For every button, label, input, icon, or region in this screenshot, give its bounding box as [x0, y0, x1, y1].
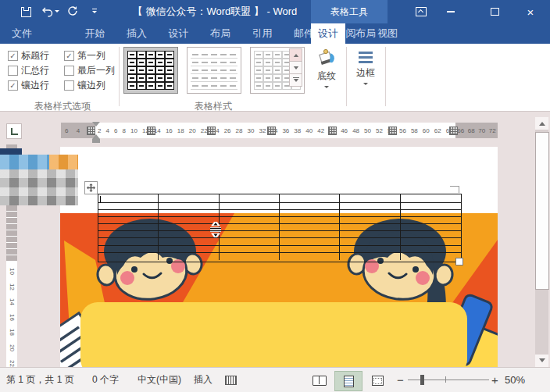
- document-table[interactable]: [98, 194, 462, 262]
- table-cell[interactable]: [340, 194, 400, 203]
- web-layout-button[interactable]: [364, 371, 391, 390]
- table-column-marker[interactable]: [449, 127, 458, 135]
- first-line-indent-marker[interactable]: [92, 122, 100, 130]
- macro-icon[interactable]: [225, 368, 237, 392]
- table-cell[interactable]: [220, 210, 280, 217]
- save-icon[interactable]: [17, 3, 34, 20]
- table-cell[interactable]: [159, 238, 219, 245]
- table-cell[interactable]: [280, 210, 340, 217]
- zoom-level[interactable]: 50%: [505, 368, 525, 392]
- table-cell[interactable]: [98, 246, 159, 253]
- table-cell[interactable]: [280, 217, 340, 224]
- read-mode-button[interactable]: [306, 371, 333, 390]
- table-cell[interactable]: [401, 217, 461, 224]
- table-cell[interactable]: [280, 246, 340, 253]
- document-page[interactable]: [60, 147, 498, 367]
- table-cell[interactable]: [159, 210, 219, 217]
- checkbox-标题行[interactable]: ✓标题行: [8, 48, 64, 63]
- ribbon-display-icon[interactable]: [409, 0, 433, 23]
- table-cell[interactable]: [340, 253, 400, 260]
- table-cell[interactable]: [401, 238, 461, 245]
- tab-3[interactable]: 设计: [162, 23, 196, 44]
- table-cell[interactable]: [98, 203, 159, 210]
- table-style-thumbnail-0[interactable]: [123, 47, 178, 94]
- table-cell[interactable]: [340, 231, 400, 238]
- tab-1[interactable]: 开始: [78, 23, 112, 44]
- table-cell[interactable]: [340, 217, 400, 224]
- table-cell[interactable]: [98, 231, 159, 238]
- table-cell[interactable]: [280, 238, 340, 245]
- zoom-slider-thumb[interactable]: [420, 375, 424, 385]
- zoom-in-button[interactable]: +: [491, 368, 498, 392]
- maximize-icon[interactable]: [483, 0, 506, 23]
- tab-5[interactable]: 引用: [245, 23, 280, 44]
- table-column-marker[interactable]: [207, 127, 216, 135]
- tab-file[interactable]: 文件: [5, 23, 39, 44]
- table-cell[interactable]: [401, 253, 461, 260]
- table-cell[interactable]: [220, 194, 280, 203]
- table-cell[interactable]: [340, 238, 400, 245]
- table-cell[interactable]: [159, 246, 219, 253]
- table-style-thumbnail-1[interactable]: [187, 47, 241, 94]
- table-cell[interactable]: [220, 203, 280, 210]
- word-count[interactable]: 0 个字: [92, 368, 119, 392]
- table-cell[interactable]: [98, 210, 159, 217]
- borders-button[interactable]: 边框: [348, 47, 383, 102]
- redo-icon[interactable]: [64, 3, 81, 20]
- left-indent-marker[interactable]: [92, 139, 100, 143]
- table-cell[interactable]: [220, 238, 280, 245]
- horizontal-ruler[interactable]: 642 246810121416182022242628303234363840…: [61, 123, 498, 138]
- table-cell[interactable]: [98, 253, 159, 260]
- table-cell[interactable]: [280, 224, 340, 231]
- vertical-scrollbar[interactable]: [535, 117, 548, 367]
- table-cell[interactable]: [159, 194, 219, 203]
- scroll-up-button[interactable]: [535, 117, 548, 130]
- undo-dropdown-icon[interactable]: [55, 10, 59, 15]
- table-resize-handle[interactable]: [455, 258, 463, 265]
- table-cell[interactable]: [340, 224, 400, 231]
- table-column-marker[interactable]: [388, 127, 397, 135]
- table-cell[interactable]: [159, 203, 219, 210]
- table-cell[interactable]: [340, 210, 400, 217]
- table-cell[interactable]: [280, 203, 340, 210]
- gallery-more-button[interactable]: [289, 73, 302, 87]
- table-cell[interactable]: [98, 194, 159, 203]
- table-cell[interactable]: [401, 246, 461, 253]
- tab-context-0[interactable]: 设计: [311, 23, 345, 44]
- tab-2[interactable]: 插入: [120, 23, 154, 44]
- table-cell[interactable]: [340, 203, 400, 210]
- table-cell[interactable]: [159, 253, 219, 260]
- table-cell[interactable]: [220, 231, 280, 238]
- table-cell[interactable]: [220, 217, 280, 224]
- table-cell[interactable]: [280, 194, 340, 203]
- table-column-marker[interactable]: [328, 127, 337, 135]
- table-cell[interactable]: [401, 224, 461, 231]
- table-cell[interactable]: [220, 224, 280, 231]
- table-cell[interactable]: [401, 210, 461, 217]
- tab-4[interactable]: 布局: [203, 23, 238, 44]
- insert-mode[interactable]: 插入: [194, 368, 212, 392]
- checkbox-第一列[interactable]: ✓第一列: [64, 48, 125, 63]
- table-cell[interactable]: [220, 253, 280, 260]
- hanging-indent-marker[interactable]: [92, 130, 100, 139]
- table-cell[interactable]: [98, 238, 159, 245]
- tab-context-1[interactable]: 布局: [348, 23, 383, 44]
- table-cell[interactable]: [401, 231, 461, 238]
- checkbox-汇总行[interactable]: 汇总行: [8, 63, 64, 78]
- shading-button[interactable]: 底纹: [309, 47, 344, 102]
- table-cell[interactable]: [401, 194, 461, 203]
- table-cell[interactable]: [340, 246, 400, 253]
- table-cell[interactable]: [98, 217, 159, 224]
- close-icon[interactable]: ×: [519, 0, 542, 23]
- customize-qat-icon[interactable]: [86, 3, 103, 20]
- checkbox-最后一列[interactable]: 最后一列: [64, 63, 125, 78]
- print-layout-button[interactable]: [334, 371, 362, 391]
- table-move-handle[interactable]: [84, 181, 98, 194]
- page-info[interactable]: 第 1 页，共 1 页: [6, 368, 74, 392]
- tab-stop-selector[interactable]: [6, 123, 22, 139]
- scroll-down-button[interactable]: [535, 355, 548, 367]
- table-column-marker[interactable]: [267, 127, 276, 135]
- table-cell[interactable]: [98, 224, 159, 231]
- undo-icon[interactable]: [39, 3, 56, 20]
- scrollbar-thumb[interactable]: [535, 132, 549, 290]
